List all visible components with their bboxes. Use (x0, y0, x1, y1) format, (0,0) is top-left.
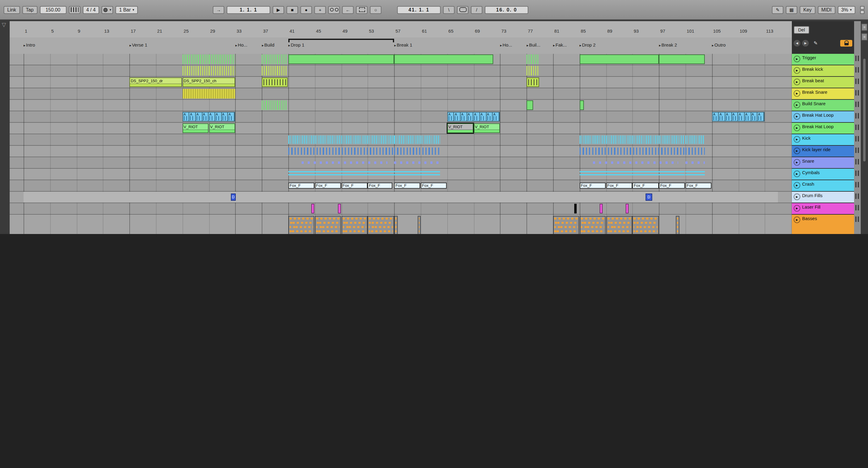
play-button[interactable]: ▶ (273, 6, 284, 13)
clip[interactable] (580, 216, 606, 234)
punch-out-button[interactable]: / (471, 6, 483, 13)
clip[interactable] (368, 216, 394, 234)
clip[interactable] (394, 136, 440, 144)
clip[interactable] (526, 78, 539, 87)
track-play-icon[interactable]: ▶ (794, 147, 800, 154)
clip[interactable] (338, 204, 341, 213)
vertical-scroll-thumb[interactable] (863, 59, 866, 162)
clip[interactable] (394, 148, 440, 155)
clip[interactable] (526, 54, 539, 64)
clip[interactable] (394, 54, 493, 64)
key-map-button[interactable]: Key (800, 6, 815, 13)
track-play-icon[interactable]: ▶ (794, 136, 800, 142)
metronome-icon[interactable] (69, 6, 80, 13)
track-play-icon[interactable]: ▶ (794, 124, 800, 131)
track-play-icon[interactable]: ▶ (794, 182, 800, 188)
clip[interactable] (574, 204, 577, 213)
clip[interactable]: Fox_F (368, 183, 393, 189)
track-header[interactable]: ▶Cymbals (792, 169, 854, 180)
locator-flag[interactable]: ▸Drop 2 (580, 42, 596, 48)
track-play-icon[interactable]: ▶ (794, 216, 800, 223)
clip[interactable] (580, 100, 584, 110)
clip[interactable]: AAAAAAAA (447, 112, 500, 121)
clip[interactable] (626, 204, 629, 213)
locator-flag[interactable]: ▸Fak... (553, 42, 567, 48)
clip[interactable] (183, 66, 235, 76)
midi-map-button[interactable]: MIDI (818, 6, 835, 13)
clip[interactable]: Fox_F (394, 183, 420, 189)
clip[interactable] (632, 216, 658, 234)
clip[interactable] (685, 169, 705, 180)
track-header[interactable]: ▶Break beat (792, 77, 854, 88)
clip[interactable]: DS_SPP2_150_dr (129, 78, 182, 87)
clip[interactable]: DS_SPP2_150_ch (183, 78, 235, 87)
clip[interactable] (183, 54, 235, 64)
track-header[interactable]: ▶Drum Fills (792, 192, 854, 203)
clip[interactable] (394, 169, 440, 180)
tap-tempo-button[interactable]: Tap (22, 6, 37, 13)
capture-midi-button[interactable] (356, 6, 368, 13)
groove-pool-icon[interactable]: ▾ (101, 6, 113, 13)
clip[interactable]: V_RIOT (209, 123, 235, 133)
track-header[interactable]: ▶Kick layer ride (792, 146, 854, 157)
clip[interactable] (394, 216, 398, 234)
punch-in-button[interactable]: \ (443, 6, 455, 13)
track-play-icon[interactable]: ▶ (794, 159, 800, 165)
track-header[interactable]: ▶Crash (792, 180, 854, 192)
track-play-icon[interactable]: ▶ (794, 101, 800, 108)
clip[interactable] (302, 162, 388, 164)
track-play-icon[interactable]: ▶ (794, 67, 800, 74)
automation-arm-button[interactable] (328, 6, 340, 13)
clip[interactable]: AAAAAAAA (183, 112, 235, 121)
clip[interactable] (262, 66, 288, 76)
track-play-icon[interactable]: ▶ (794, 90, 800, 96)
clip[interactable]: AAAAAAAA (712, 112, 765, 121)
track-header[interactable]: ▶Break Hat Loop (792, 123, 854, 134)
clip[interactable] (676, 216, 679, 234)
track-lane[interactable] (10, 88, 792, 99)
beat-time-ruler[interactable]: 1591317212529333741454953576165697377818… (10, 21, 792, 38)
clip[interactable] (685, 162, 705, 164)
time-signature-field[interactable]: 4 / 4 (83, 6, 99, 13)
clip[interactable] (262, 78, 288, 87)
locator-row[interactable]: ▸Intro▸Verse 1▸Ho...▸Build▸Drop 1▸Break … (10, 37, 792, 54)
locator-flag[interactable]: ▸Build (262, 42, 274, 48)
clip[interactable] (685, 148, 705, 155)
clip[interactable] (288, 169, 394, 180)
clip[interactable]: Fox_F (341, 183, 367, 189)
clip[interactable]: V_RIOT (473, 123, 500, 133)
track-header[interactable]: ▶Break Hat Loop (792, 111, 854, 123)
clip[interactable] (312, 204, 315, 213)
clip[interactable]: Fox_F (580, 183, 606, 189)
clip[interactable]: Fox_F (421, 183, 447, 189)
computer-midi-keyboard-button[interactable]: ▦ (786, 6, 797, 13)
clip[interactable] (394, 162, 440, 164)
track-header[interactable]: ▶Snare (792, 157, 854, 169)
clip[interactable] (315, 216, 341, 234)
clip[interactable]: Fox_F (659, 183, 685, 189)
clip[interactable]: Fox_F (606, 183, 632, 189)
automation-pencil-icon[interactable]: ✎ (814, 40, 817, 46)
tempo-field[interactable]: 150.00 (39, 6, 66, 13)
clip[interactable] (580, 148, 685, 155)
clip[interactable] (288, 136, 394, 144)
locator-flag[interactable]: ▸Ho... (500, 42, 512, 48)
clip[interactable]: Fox_F (632, 183, 658, 189)
track-lane[interactable] (10, 100, 792, 111)
follow-button[interactable]: → (213, 6, 224, 13)
clip[interactable] (417, 216, 421, 234)
clip[interactable] (183, 89, 235, 98)
track-header[interactable]: ▶Build Snare (792, 100, 854, 111)
locator-flag[interactable]: ▸Outro (712, 42, 726, 48)
loop-brace[interactable] (288, 39, 394, 42)
fold-triangle-icon[interactable]: ▽ (2, 22, 6, 28)
clip[interactable] (599, 204, 602, 213)
locator-flag[interactable]: ▸Break 1 (394, 42, 412, 48)
track-play-icon[interactable]: ▶ (794, 193, 800, 200)
cpu-meter[interactable]: 3%▾ (837, 6, 855, 13)
clip[interactable] (288, 148, 394, 155)
clip[interactable]: V_RIOT (447, 123, 473, 133)
clip[interactable] (685, 136, 705, 144)
clip[interactable] (553, 216, 579, 234)
track-lane[interactable] (10, 123, 792, 134)
